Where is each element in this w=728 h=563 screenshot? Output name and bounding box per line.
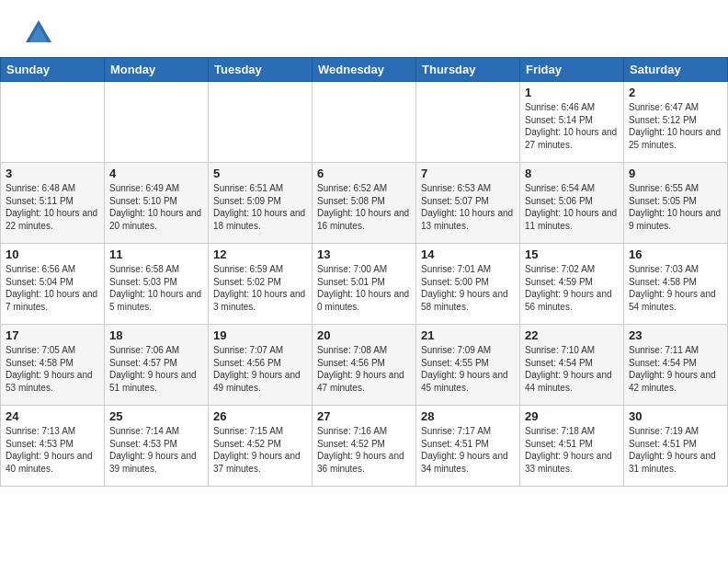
calendar-cell: 25Sunrise: 7:14 AM Sunset: 4:53 PM Dayli… [105,406,209,487]
day-info: Sunrise: 7:01 AM Sunset: 5:00 PM Dayligh… [421,263,515,313]
day-number: 7 [421,167,515,180]
day-number: 17 [6,328,99,342]
calendar-cell: 22Sunrise: 7:10 AM Sunset: 4:54 PM Dayli… [520,325,624,406]
day-info: Sunrise: 6:48 AM Sunset: 5:11 PM Dayligh… [6,182,99,232]
calendar-cell: 19Sunrise: 7:07 AM Sunset: 4:56 PM Dayli… [209,325,313,406]
day-info: Sunrise: 7:00 AM Sunset: 5:01 PM Dayligh… [317,263,411,313]
logo [22,17,61,50]
day-number: 30 [629,409,722,423]
day-info: Sunrise: 7:10 AM Sunset: 4:54 PM Dayligh… [525,344,619,394]
calendar-cell: 23Sunrise: 7:11 AM Sunset: 4:54 PM Dayli… [624,325,728,406]
calendar-cell: 14Sunrise: 7:01 AM Sunset: 5:00 PM Dayli… [416,244,520,325]
calendar-cell [313,82,416,163]
calendar-cell: 3Sunrise: 6:48 AM Sunset: 5:11 PM Daylig… [1,163,105,244]
day-number: 1 [525,86,619,99]
day-info: Sunrise: 7:07 AM Sunset: 4:56 PM Dayligh… [213,344,307,394]
calendar-cell: 21Sunrise: 7:09 AM Sunset: 4:55 PM Dayli… [416,325,520,406]
day-number: 14 [421,247,515,261]
day-info: Sunrise: 7:05 AM Sunset: 4:58 PM Dayligh… [6,344,99,394]
logo-icon [22,17,55,50]
day-info: Sunrise: 7:17 AM Sunset: 4:51 PM Dayligh… [421,425,515,475]
calendar-week-row: 3Sunrise: 6:48 AM Sunset: 5:11 PM Daylig… [1,163,728,244]
calendar-cell: 12Sunrise: 6:59 AM Sunset: 5:02 PM Dayli… [209,244,313,325]
day-number: 26 [213,409,307,423]
calendar-cell: 15Sunrise: 7:02 AM Sunset: 4:59 PM Dayli… [520,244,624,325]
calendar-cell [105,82,209,163]
day-info: Sunrise: 6:53 AM Sunset: 5:07 PM Dayligh… [421,182,515,232]
page-header [0,0,728,57]
calendar-cell: 11Sunrise: 6:58 AM Sunset: 5:03 PM Dayli… [105,244,209,325]
day-number: 20 [317,328,411,342]
day-number: 23 [629,328,722,342]
day-info: Sunrise: 6:52 AM Sunset: 5:08 PM Dayligh… [317,182,411,232]
day-info: Sunrise: 7:06 AM Sunset: 4:57 PM Dayligh… [109,344,203,394]
calendar-cell: 13Sunrise: 7:00 AM Sunset: 5:01 PM Dayli… [313,244,416,325]
calendar-cell: 24Sunrise: 7:13 AM Sunset: 4:53 PM Dayli… [1,406,105,487]
day-number: 19 [213,328,307,342]
calendar-cell: 18Sunrise: 7:06 AM Sunset: 4:57 PM Dayli… [105,325,209,406]
calendar-cell: 10Sunrise: 6:56 AM Sunset: 5:04 PM Dayli… [1,244,105,325]
calendar-cell: 16Sunrise: 7:03 AM Sunset: 4:58 PM Dayli… [624,244,728,325]
day-info: Sunrise: 7:15 AM Sunset: 4:52 PM Dayligh… [213,425,307,475]
day-info: Sunrise: 7:19 AM Sunset: 4:51 PM Dayligh… [629,425,722,475]
day-info: Sunrise: 7:14 AM Sunset: 4:53 PM Dayligh… [109,425,203,475]
day-number: 28 [421,409,515,423]
weekday-header-monday: Monday [105,58,209,82]
day-number: 27 [317,409,411,423]
day-info: Sunrise: 7:02 AM Sunset: 4:59 PM Dayligh… [525,263,619,313]
day-info: Sunrise: 7:18 AM Sunset: 4:51 PM Dayligh… [525,425,619,475]
calendar-cell: 8Sunrise: 6:54 AM Sunset: 5:06 PM Daylig… [520,163,624,244]
day-info: Sunrise: 7:16 AM Sunset: 4:52 PM Dayligh… [317,425,411,475]
day-number: 21 [421,328,515,342]
day-number: 24 [6,409,99,423]
day-number: 12 [213,247,307,261]
day-number: 6 [317,167,411,180]
day-number: 4 [109,167,203,180]
day-info: Sunrise: 7:09 AM Sunset: 4:55 PM Dayligh… [421,344,515,394]
calendar-cell: 7Sunrise: 6:53 AM Sunset: 5:07 PM Daylig… [416,163,520,244]
weekday-header-friday: Friday [520,58,624,82]
day-number: 13 [317,247,411,261]
calendar-cell: 29Sunrise: 7:18 AM Sunset: 4:51 PM Dayli… [520,406,624,487]
day-number: 9 [629,167,722,180]
calendar-cell: 28Sunrise: 7:17 AM Sunset: 4:51 PM Dayli… [416,406,520,487]
calendar-cell: 4Sunrise: 6:49 AM Sunset: 5:10 PM Daylig… [105,163,209,244]
weekday-header-wednesday: Wednesday [313,58,416,82]
weekday-header-tuesday: Tuesday [209,58,313,82]
day-info: Sunrise: 6:54 AM Sunset: 5:06 PM Dayligh… [525,182,619,232]
calendar-cell: 17Sunrise: 7:05 AM Sunset: 4:58 PM Dayli… [1,325,105,406]
day-info: Sunrise: 7:11 AM Sunset: 4:54 PM Dayligh… [629,344,722,394]
day-number: 10 [6,247,99,261]
calendar-cell: 5Sunrise: 6:51 AM Sunset: 5:09 PM Daylig… [209,163,313,244]
calendar-cell: 2Sunrise: 6:47 AM Sunset: 5:12 PM Daylig… [624,82,728,163]
calendar-week-row: 1Sunrise: 6:46 AM Sunset: 5:14 PM Daylig… [1,82,728,163]
calendar-cell: 20Sunrise: 7:08 AM Sunset: 4:56 PM Dayli… [313,325,416,406]
day-number: 22 [525,328,619,342]
day-number: 29 [525,409,619,423]
weekday-header-sunday: Sunday [1,58,105,82]
day-number: 15 [525,247,619,261]
calendar-cell [416,82,520,163]
day-info: Sunrise: 6:49 AM Sunset: 5:10 PM Dayligh… [109,182,203,232]
calendar-cell: 9Sunrise: 6:55 AM Sunset: 5:05 PM Daylig… [624,163,728,244]
day-number: 2 [629,86,722,99]
day-info: Sunrise: 6:51 AM Sunset: 5:09 PM Dayligh… [213,182,307,232]
calendar-week-row: 17Sunrise: 7:05 AM Sunset: 4:58 PM Dayli… [1,325,728,406]
day-info: Sunrise: 6:56 AM Sunset: 5:04 PM Dayligh… [6,263,99,313]
day-info: Sunrise: 6:55 AM Sunset: 5:05 PM Dayligh… [629,182,722,232]
day-info: Sunrise: 6:59 AM Sunset: 5:02 PM Dayligh… [213,263,307,313]
calendar-week-row: 10Sunrise: 6:56 AM Sunset: 5:04 PM Dayli… [1,244,728,325]
day-number: 16 [629,247,722,261]
calendar-cell: 26Sunrise: 7:15 AM Sunset: 4:52 PM Dayli… [209,406,313,487]
calendar-cell: 1Sunrise: 6:46 AM Sunset: 5:14 PM Daylig… [520,82,624,163]
day-info: Sunrise: 7:03 AM Sunset: 4:58 PM Dayligh… [629,263,722,313]
calendar-week-row: 24Sunrise: 7:13 AM Sunset: 4:53 PM Dayli… [1,406,728,487]
day-info: Sunrise: 7:13 AM Sunset: 4:53 PM Dayligh… [6,425,99,475]
day-number: 5 [213,167,307,180]
calendar-cell: 6Sunrise: 6:52 AM Sunset: 5:08 PM Daylig… [313,163,416,244]
day-number: 18 [109,328,203,342]
day-number: 8 [525,167,619,180]
calendar-cell: 27Sunrise: 7:16 AM Sunset: 4:52 PM Dayli… [313,406,416,487]
day-info: Sunrise: 6:58 AM Sunset: 5:03 PM Dayligh… [109,263,203,313]
day-number: 25 [109,409,203,423]
